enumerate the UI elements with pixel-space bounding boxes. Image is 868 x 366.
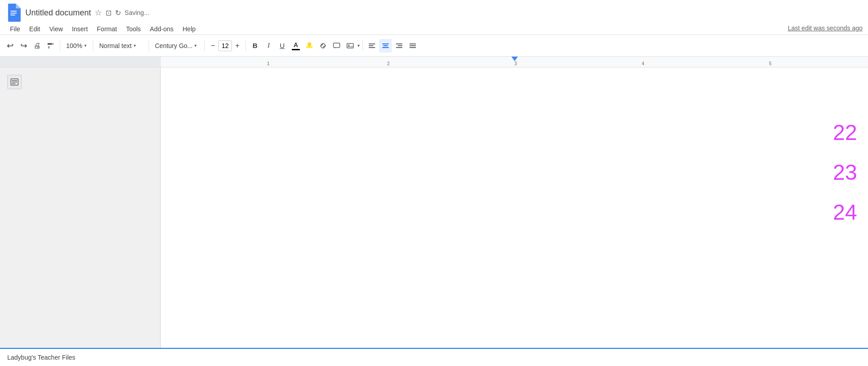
menu-row: File Edit View Insert Format Tools Add-o…	[5, 24, 863, 34]
divider-3	[149, 40, 149, 51]
svg-rect-22	[12, 82, 17, 83]
divider-1	[60, 40, 60, 51]
menu-tools[interactable]: Tools	[121, 24, 145, 34]
zoom-caret: ▾	[84, 43, 87, 48]
font-size-increase-button[interactable]: +	[232, 39, 243, 53]
insert-image-button[interactable]	[344, 39, 357, 53]
svg-rect-17	[410, 43, 416, 44]
svg-rect-13	[382, 47, 389, 48]
text-color-button[interactable]: A	[289, 39, 302, 53]
align-center-button[interactable]	[379, 39, 392, 53]
saving-text: Saving...	[125, 9, 149, 16]
star-icon[interactable]: ☆	[95, 8, 102, 18]
svg-rect-19	[410, 47, 416, 48]
font-value: Century Go...	[155, 42, 193, 49]
align-right-button[interactable]	[393, 39, 405, 53]
ruler-tick-3: 3	[515, 61, 517, 66]
ruler-tick-1: 1	[267, 61, 270, 66]
ruler-left-gray	[0, 57, 161, 67]
svg-rect-2	[10, 14, 15, 15]
style-caret: ▾	[134, 43, 136, 48]
paint-format-button[interactable]	[44, 39, 57, 53]
menu-addons[interactable]: Add-ons	[145, 24, 178, 34]
menu-file[interactable]: File	[5, 24, 25, 34]
menu-insert[interactable]: Insert	[68, 24, 92, 34]
menu-help[interactable]: Help	[178, 24, 200, 34]
status-bar: Ladybug's Teacher Files	[0, 348, 868, 361]
last-edit-text: Last edit was seconds ago	[788, 24, 863, 34]
svg-rect-6	[347, 43, 353, 48]
svg-rect-5	[333, 43, 340, 48]
ruler: 1 2 3 4 5	[0, 57, 868, 67]
font-size-input[interactable]	[218, 40, 232, 51]
ruler-tick-5: 5	[769, 61, 772, 66]
page-numbers: 22 23 24	[833, 122, 857, 223]
left-panel	[0, 67, 161, 361]
title-row: Untitled document ☆ ⊡ ↻ Saving...	[5, 4, 863, 22]
svg-rect-14	[396, 43, 402, 44]
ruler-triangle	[511, 57, 518, 61]
text-color-letter: A	[294, 41, 298, 48]
ruler-tick-4: 4	[641, 61, 644, 66]
svg-rect-1	[10, 13, 17, 14]
menu-view[interactable]: View	[45, 24, 68, 34]
svg-rect-23	[12, 83, 15, 84]
font-select[interactable]: Century Go... ▾	[152, 39, 202, 53]
toolbar: ↩ ↪ 🖨 100% ▾ Normal text ▾ Century Go...…	[0, 35, 868, 57]
doc-title[interactable]: Untitled document	[25, 8, 91, 18]
svg-rect-21	[12, 80, 17, 81]
top-bar: Untitled document ☆ ⊡ ↻ Saving... File E…	[0, 0, 868, 35]
divider-5	[246, 40, 246, 51]
svg-rect-8	[369, 43, 375, 44]
divider-4	[204, 40, 205, 51]
svg-rect-10	[369, 47, 375, 48]
italic-button[interactable]: I	[262, 39, 275, 53]
justify-button[interactable]	[406, 39, 419, 53]
undo-button[interactable]: ↩	[4, 39, 16, 53]
svg-rect-9	[369, 45, 373, 46]
svg-rect-12	[383, 45, 388, 46]
bold-button[interactable]: B	[249, 39, 261, 53]
text-color-bar	[292, 49, 300, 50]
menu-format[interactable]: Format	[92, 24, 121, 34]
zoom-value: 100%	[66, 42, 82, 49]
image-dropdown-caret[interactable]: ▾	[357, 43, 360, 48]
add-comment-button[interactable]	[330, 39, 343, 53]
page-number-22: 22	[833, 122, 857, 144]
print-button[interactable]: 🖨	[31, 39, 43, 53]
outline-icon[interactable]	[7, 75, 22, 89]
svg-rect-18	[410, 45, 416, 46]
app-logo	[5, 4, 22, 22]
main-content: 22 23 24	[0, 67, 868, 361]
divider-2	[93, 40, 93, 51]
ruler-content: 1 2 3 4 5	[161, 57, 868, 67]
svg-rect-0	[10, 11, 17, 12]
underline-button[interactable]: U	[276, 39, 289, 53]
style-select[interactable]: Normal text ▾	[96, 39, 146, 53]
svg-rect-4	[306, 46, 313, 48]
svg-rect-15	[398, 45, 402, 46]
redo-button[interactable]: ↪	[17, 39, 30, 53]
doc-page[interactable]: 22 23 24	[161, 67, 868, 361]
svg-rect-3	[48, 46, 49, 48]
zoom-select[interactable]: 100% ▾	[63, 39, 90, 53]
page-number-24: 24	[833, 202, 857, 223]
link-button[interactable]	[317, 39, 329, 53]
divider-6	[362, 40, 363, 51]
highlight-color-button[interactable]	[303, 39, 316, 53]
font-size-control: − +	[207, 39, 243, 53]
style-value: Normal text	[99, 42, 132, 49]
sync-icon[interactable]: ↻	[115, 9, 121, 17]
font-caret: ▾	[194, 43, 197, 48]
ruler-tick-2: 2	[387, 61, 390, 66]
align-left-button[interactable]	[366, 39, 378, 53]
menu-edit[interactable]: Edit	[25, 24, 45, 34]
page-number-23: 23	[833, 162, 857, 183]
svg-rect-11	[382, 43, 389, 44]
folder-icon[interactable]: ⊡	[106, 9, 111, 17]
status-text: Ladybug's Teacher Files	[7, 354, 75, 361]
font-size-decrease-button[interactable]: −	[207, 39, 218, 53]
svg-rect-16	[396, 47, 402, 48]
